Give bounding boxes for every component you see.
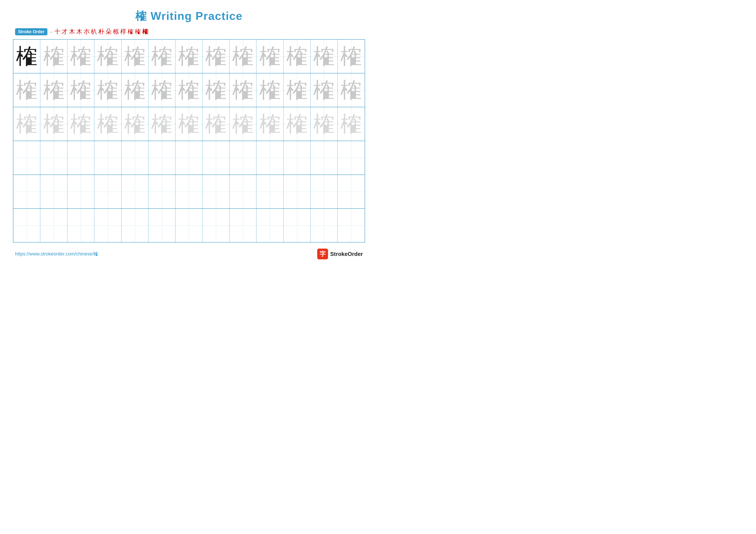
stroke-1: 十: [54, 28, 60, 36]
grid-cell-empty[interactable]: [14, 141, 40, 174]
char-display: 榷: [124, 113, 146, 135]
grid-cell-empty[interactable]: [148, 209, 176, 242]
grid-cell: 榷: [122, 107, 148, 141]
stroke-3: 木: [69, 28, 75, 36]
grid-cell-empty[interactable]: [14, 209, 40, 242]
char-display: 榷: [205, 46, 227, 67]
char-display: 榷: [340, 113, 362, 135]
char-display: 榷: [70, 80, 92, 101]
grid-cell: 榷: [338, 73, 364, 107]
grid-cell: 榷: [338, 39, 364, 73]
footer-url[interactable]: https://www.strokeorder.com/chinese/榷: [15, 251, 98, 257]
grid-cell-empty[interactable]: [68, 141, 94, 174]
char-display: 榷: [313, 46, 335, 67]
grid-cell-empty[interactable]: [202, 141, 230, 174]
grid-cell-empty[interactable]: [176, 141, 202, 174]
grid-cell: 榷: [94, 39, 121, 73]
grid-cell-empty[interactable]: [40, 209, 67, 242]
grid-cell-empty[interactable]: [176, 209, 202, 242]
grid-cell: 榷: [40, 39, 67, 73]
grid-cell: 榷: [202, 73, 230, 107]
grid-cell: 榷: [230, 107, 256, 141]
grid-cell-empty[interactable]: [202, 175, 230, 208]
char-display: 榷: [151, 113, 173, 135]
stroke-order-row: Stroke Order - 十 才 木 木 朩 朳 朴 朵 柩 椁 榷 榷 榷: [13, 28, 365, 36]
grid-cell: 榷: [310, 73, 338, 107]
grid-cell-empty[interactable]: [230, 175, 256, 208]
page-container: 榷 Writing Practice Stroke Order - 十 才 木 …: [0, 0, 378, 267]
page-title: 榷 Writing Practice: [13, 9, 365, 24]
grid-cell-empty[interactable]: [256, 141, 284, 174]
char-display: 榷: [205, 113, 227, 135]
grid-cell: 榷: [176, 73, 202, 107]
grid-cell: 榷: [14, 107, 40, 141]
grid-cell-empty[interactable]: [40, 175, 67, 208]
grid-cell-empty[interactable]: [122, 175, 148, 208]
grid-cell: 榷: [310, 39, 338, 73]
grid-cell: 榷: [230, 39, 256, 73]
grid-cell-empty[interactable]: [338, 141, 364, 174]
grid-cell-empty[interactable]: [230, 141, 256, 174]
char-display: 榷: [16, 113, 38, 135]
grid-cell-empty[interactable]: [284, 175, 310, 208]
grid-cell-empty[interactable]: [122, 209, 148, 242]
char-display: 榷: [124, 80, 146, 101]
grid-cell: 榷: [68, 73, 94, 107]
grid-cell: 榷: [256, 73, 284, 107]
grid-cell: 榷: [122, 73, 148, 107]
grid-cell-empty[interactable]: [122, 141, 148, 174]
grid-cell: 榷: [202, 39, 230, 73]
grid-cell-empty[interactable]: [94, 175, 121, 208]
grid-cell: 榷: [40, 107, 67, 141]
grid-cell: 榷: [338, 107, 364, 141]
char-display: 榷: [16, 46, 38, 67]
grid-cell: 榷: [68, 107, 94, 141]
char-display: 榷: [286, 80, 308, 101]
grid-cell: 榷: [176, 107, 202, 141]
char-display: 榷: [16, 80, 38, 101]
stroke-9: 柩: [113, 28, 119, 36]
grid-cell-empty[interactable]: [310, 175, 338, 208]
grid-cell-empty[interactable]: [14, 175, 40, 208]
grid-cell-empty[interactable]: [94, 209, 121, 242]
grid-row-5: [14, 175, 364, 209]
grid-cell-empty[interactable]: [148, 175, 176, 208]
grid-cell: 榷: [14, 39, 40, 73]
grid-cell-empty[interactable]: [284, 209, 310, 242]
grid-cell-empty[interactable]: [310, 209, 338, 242]
char-display: 榷: [97, 113, 119, 135]
grid-cell-empty[interactable]: [230, 209, 256, 242]
stroke-5: 朩: [84, 28, 90, 36]
grid-row-6: [14, 209, 364, 242]
grid-cell-empty[interactable]: [338, 209, 364, 242]
char-display: 榷: [151, 80, 173, 101]
char-display: 榷: [97, 80, 119, 101]
footer: https://www.strokeorder.com/chinese/榷 字 …: [13, 249, 365, 259]
grid-cell-empty[interactable]: [256, 209, 284, 242]
grid-cell-empty[interactable]: [94, 141, 121, 174]
grid-cell: 榷: [284, 107, 310, 141]
grid-cell-empty[interactable]: [284, 141, 310, 174]
footer-brand: 字 StrokeOrder: [317, 249, 363, 259]
grid-cell-empty[interactable]: [310, 141, 338, 174]
stroke-order-badge: Stroke Order: [15, 28, 47, 35]
grid-cell-empty[interactable]: [176, 175, 202, 208]
char-display: 榷: [259, 113, 281, 135]
grid-cell-empty[interactable]: [68, 209, 94, 242]
grid-cell-empty[interactable]: [148, 141, 176, 174]
grid-cell-empty[interactable]: [40, 141, 67, 174]
grid-cell: 榷: [310, 107, 338, 141]
char-display: 榷: [178, 80, 200, 101]
grid-cell-empty[interactable]: [338, 175, 364, 208]
grid-cell-empty[interactable]: [202, 209, 230, 242]
brand-icon: 字: [317, 249, 328, 259]
grid-cell: 榷: [148, 107, 176, 141]
grid-cell: 榷: [284, 39, 310, 73]
stroke-10: 椁: [120, 28, 126, 36]
grid-cell-empty[interactable]: [68, 175, 94, 208]
brand-name: StrokeOrder: [330, 251, 363, 257]
grid-row-1: 榷 榷 榷 榷 榷 榷 榷 榷 榷 榷 榷 榷 榷: [14, 39, 364, 73]
grid-cell: 榷: [94, 73, 121, 107]
grid-cell-empty[interactable]: [256, 175, 284, 208]
char-display: 榷: [232, 80, 254, 101]
